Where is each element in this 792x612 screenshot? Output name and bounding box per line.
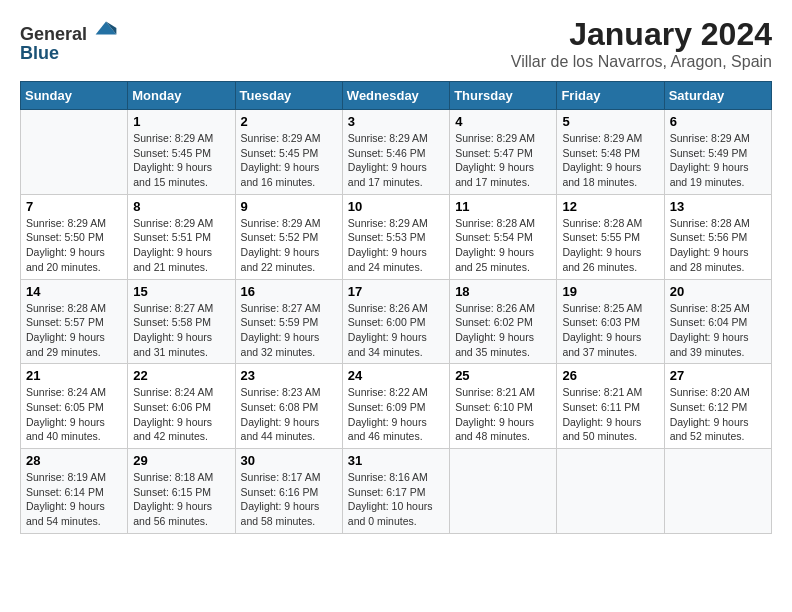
daylight-text: Daylight: 9 hours and 58 minutes. xyxy=(241,500,320,527)
day-number: 4 xyxy=(455,114,551,129)
calendar-cell: 5Sunrise: 8:29 AMSunset: 5:48 PMDaylight… xyxy=(557,110,664,195)
day-number: 6 xyxy=(670,114,766,129)
day-info: Sunrise: 8:23 AMSunset: 6:08 PMDaylight:… xyxy=(241,385,337,444)
sunrise-text: Sunrise: 8:24 AM xyxy=(133,386,213,398)
day-number: 9 xyxy=(241,199,337,214)
sunset-text: Sunset: 6:03 PM xyxy=(562,316,640,328)
day-number: 29 xyxy=(133,453,229,468)
logo-icon xyxy=(94,16,118,40)
calendar-cell xyxy=(21,110,128,195)
sunrise-text: Sunrise: 8:17 AM xyxy=(241,471,321,483)
sunrise-text: Sunrise: 8:29 AM xyxy=(455,132,535,144)
day-of-week-header: Thursday xyxy=(450,82,557,110)
day-info: Sunrise: 8:29 AMSunset: 5:45 PMDaylight:… xyxy=(241,131,337,190)
calendar-week-row: 21Sunrise: 8:24 AMSunset: 6:05 PMDayligh… xyxy=(21,364,772,449)
day-info: Sunrise: 8:28 AMSunset: 5:56 PMDaylight:… xyxy=(670,216,766,275)
sunset-text: Sunset: 6:06 PM xyxy=(133,401,211,413)
calendar-cell: 28Sunrise: 8:19 AMSunset: 6:14 PMDayligh… xyxy=(21,449,128,534)
daylight-text: Daylight: 9 hours and 26 minutes. xyxy=(562,246,641,273)
sunrise-text: Sunrise: 8:21 AM xyxy=(562,386,642,398)
day-info: Sunrise: 8:29 AMSunset: 5:51 PMDaylight:… xyxy=(133,216,229,275)
day-number: 21 xyxy=(26,368,122,383)
calendar-cell: 4Sunrise: 8:29 AMSunset: 5:47 PMDaylight… xyxy=(450,110,557,195)
calendar-body: 1Sunrise: 8:29 AMSunset: 5:45 PMDaylight… xyxy=(21,110,772,534)
day-of-week-header: Friday xyxy=(557,82,664,110)
day-number: 11 xyxy=(455,199,551,214)
sunrise-text: Sunrise: 8:29 AM xyxy=(133,132,213,144)
day-info: Sunrise: 8:26 AMSunset: 6:00 PMDaylight:… xyxy=(348,301,444,360)
day-number: 25 xyxy=(455,368,551,383)
day-of-week-header: Saturday xyxy=(664,82,771,110)
sunset-text: Sunset: 5:56 PM xyxy=(670,231,748,243)
daylight-text: Daylight: 9 hours and 35 minutes. xyxy=(455,331,534,358)
day-number: 3 xyxy=(348,114,444,129)
sunrise-text: Sunrise: 8:27 AM xyxy=(241,302,321,314)
day-number: 2 xyxy=(241,114,337,129)
logo-general-text: General xyxy=(20,16,118,44)
day-number: 19 xyxy=(562,284,658,299)
day-number: 30 xyxy=(241,453,337,468)
sunset-text: Sunset: 6:11 PM xyxy=(562,401,640,413)
sunset-text: Sunset: 6:09 PM xyxy=(348,401,426,413)
day-info: Sunrise: 8:29 AMSunset: 5:45 PMDaylight:… xyxy=(133,131,229,190)
calendar-cell: 10Sunrise: 8:29 AMSunset: 5:53 PMDayligh… xyxy=(342,194,449,279)
calendar-cell: 31Sunrise: 8:16 AMSunset: 6:17 PMDayligh… xyxy=(342,449,449,534)
calendar-cell: 7Sunrise: 8:29 AMSunset: 5:50 PMDaylight… xyxy=(21,194,128,279)
day-number: 15 xyxy=(133,284,229,299)
day-number: 5 xyxy=(562,114,658,129)
days-of-week-header: SundayMondayTuesdayWednesdayThursdayFrid… xyxy=(21,82,772,110)
calendar-table: SundayMondayTuesdayWednesdayThursdayFrid… xyxy=(20,81,772,534)
calendar-week-row: 7Sunrise: 8:29 AMSunset: 5:50 PMDaylight… xyxy=(21,194,772,279)
page-header: General Blue January 2024 Villar de los … xyxy=(20,16,772,71)
daylight-text: Daylight: 9 hours and 37 minutes. xyxy=(562,331,641,358)
daylight-text: Daylight: 9 hours and 32 minutes. xyxy=(241,331,320,358)
sunset-text: Sunset: 5:46 PM xyxy=(348,147,426,159)
sunset-text: Sunset: 6:00 PM xyxy=(348,316,426,328)
sunrise-text: Sunrise: 8:29 AM xyxy=(348,132,428,144)
day-number: 23 xyxy=(241,368,337,383)
daylight-text: Daylight: 9 hours and 15 minutes. xyxy=(133,161,212,188)
day-of-week-header: Sunday xyxy=(21,82,128,110)
day-info: Sunrise: 8:21 AMSunset: 6:11 PMDaylight:… xyxy=(562,385,658,444)
sunrise-text: Sunrise: 8:23 AM xyxy=(241,386,321,398)
sunrise-text: Sunrise: 8:29 AM xyxy=(241,132,321,144)
sunrise-text: Sunrise: 8:18 AM xyxy=(133,471,213,483)
sunrise-text: Sunrise: 8:19 AM xyxy=(26,471,106,483)
day-number: 16 xyxy=(241,284,337,299)
sunset-text: Sunset: 5:51 PM xyxy=(133,231,211,243)
sunrise-text: Sunrise: 8:28 AM xyxy=(26,302,106,314)
sunset-text: Sunset: 6:15 PM xyxy=(133,486,211,498)
day-info: Sunrise: 8:19 AMSunset: 6:14 PMDaylight:… xyxy=(26,470,122,529)
sunrise-text: Sunrise: 8:29 AM xyxy=(670,132,750,144)
calendar-cell: 9Sunrise: 8:29 AMSunset: 5:52 PMDaylight… xyxy=(235,194,342,279)
calendar-cell: 11Sunrise: 8:28 AMSunset: 5:54 PMDayligh… xyxy=(450,194,557,279)
sunset-text: Sunset: 5:47 PM xyxy=(455,147,533,159)
sunrise-text: Sunrise: 8:28 AM xyxy=(670,217,750,229)
calendar-cell: 12Sunrise: 8:28 AMSunset: 5:55 PMDayligh… xyxy=(557,194,664,279)
day-info: Sunrise: 8:16 AMSunset: 6:17 PMDaylight:… xyxy=(348,470,444,529)
calendar-cell: 23Sunrise: 8:23 AMSunset: 6:08 PMDayligh… xyxy=(235,364,342,449)
daylight-text: Daylight: 9 hours and 54 minutes. xyxy=(26,500,105,527)
sunrise-text: Sunrise: 8:26 AM xyxy=(455,302,535,314)
day-number: 31 xyxy=(348,453,444,468)
day-number: 1 xyxy=(133,114,229,129)
daylight-text: Daylight: 9 hours and 18 minutes. xyxy=(562,161,641,188)
sunrise-text: Sunrise: 8:22 AM xyxy=(348,386,428,398)
sunrise-text: Sunrise: 8:24 AM xyxy=(26,386,106,398)
daylight-text: Daylight: 9 hours and 44 minutes. xyxy=(241,416,320,443)
sunset-text: Sunset: 5:45 PM xyxy=(241,147,319,159)
day-info: Sunrise: 8:26 AMSunset: 6:02 PMDaylight:… xyxy=(455,301,551,360)
day-info: Sunrise: 8:29 AMSunset: 5:48 PMDaylight:… xyxy=(562,131,658,190)
day-info: Sunrise: 8:22 AMSunset: 6:09 PMDaylight:… xyxy=(348,385,444,444)
sunrise-text: Sunrise: 8:20 AM xyxy=(670,386,750,398)
day-info: Sunrise: 8:29 AMSunset: 5:53 PMDaylight:… xyxy=(348,216,444,275)
calendar-cell: 26Sunrise: 8:21 AMSunset: 6:11 PMDayligh… xyxy=(557,364,664,449)
daylight-text: Daylight: 9 hours and 17 minutes. xyxy=(348,161,427,188)
day-info: Sunrise: 8:29 AMSunset: 5:49 PMDaylight:… xyxy=(670,131,766,190)
calendar-cell: 19Sunrise: 8:25 AMSunset: 6:03 PMDayligh… xyxy=(557,279,664,364)
day-info: Sunrise: 8:27 AMSunset: 5:58 PMDaylight:… xyxy=(133,301,229,360)
day-number: 17 xyxy=(348,284,444,299)
sunset-text: Sunset: 5:59 PM xyxy=(241,316,319,328)
daylight-text: Daylight: 9 hours and 21 minutes. xyxy=(133,246,212,273)
daylight-text: Daylight: 9 hours and 42 minutes. xyxy=(133,416,212,443)
